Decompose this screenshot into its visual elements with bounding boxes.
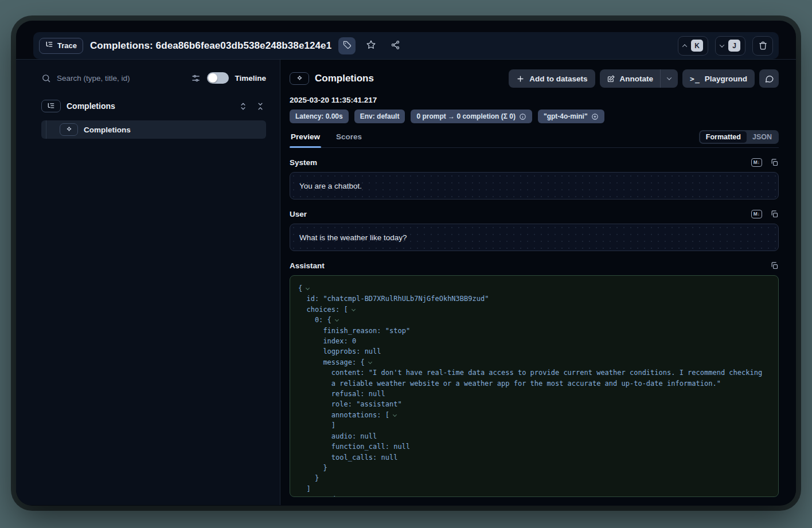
timeline-toggle[interactable] [207, 72, 229, 84]
trace-badge[interactable]: Trace [39, 38, 83, 54]
assistant-json-viewer: {id: "chatcmpl-BD7XRulRhULb7NjGfeOkhN3BB… [290, 275, 779, 497]
collapse-node-icon[interactable] [352, 307, 356, 311]
delete-trace-button[interactable] [752, 36, 773, 56]
message-section-assistant: Assistant {id: "chatcmpl-BD7XRulRhULb7Nj… [290, 261, 779, 497]
markdown-icon[interactable]: M↓ [751, 210, 762, 218]
share-icon [391, 40, 400, 52]
comment-button[interactable] [759, 69, 779, 88]
json-line: content: "I don't have real-time data ac… [298, 367, 770, 389]
observation-title: Completions [315, 73, 374, 84]
share-button[interactable] [387, 37, 404, 54]
filter-sliders-icon [191, 73, 201, 83]
tree-item-trace-root[interactable]: Completions [41, 100, 266, 112]
timeline-label: Timeline [235, 74, 266, 83]
message-content: You are a chatbot. [290, 172, 779, 200]
tab-scores[interactable]: Scores [335, 130, 363, 147]
json-line: index: 0 [298, 336, 770, 346]
collapse-node-icon[interactable] [393, 413, 397, 417]
format-json-option[interactable]: JSON [747, 131, 778, 143]
json-line: audio: null [298, 431, 770, 441]
collapse-node-icon[interactable] [368, 360, 372, 364]
tree-indent-guide [46, 120, 46, 139]
format-formatted-option[interactable]: Formatted [700, 131, 747, 143]
json-line: ] [298, 420, 770, 431]
json-line: { [298, 283, 770, 294]
json-line: } [298, 463, 770, 473]
add-to-datasets-button[interactable]: Add to datasets [509, 69, 595, 88]
search-icon [41, 73, 51, 83]
tag-icon [342, 40, 352, 52]
info-icon [519, 113, 526, 120]
json-line: logprobs: null [298, 346, 770, 357]
trace-badge-label: Trace [57, 41, 77, 50]
action-buttons: Add to datasets Annotate [509, 69, 779, 88]
observation-timestamp: 2025-03-20 11:35:41.217 [290, 96, 779, 104]
prev-trace-button[interactable]: K [678, 36, 708, 56]
json-line: } [298, 473, 770, 483]
copy-button[interactable] [770, 261, 779, 270]
message-section-system: System M↓ You are a chatbot. [290, 158, 779, 200]
env-badge: Env: default [354, 109, 405, 123]
search-input[interactable] [57, 74, 184, 83]
comment-icon [764, 74, 774, 84]
observation-header: Completions Add to datasets A [290, 69, 779, 88]
json-line: message: { [298, 357, 770, 367]
message-section-user: User M↓ What is the weather like today? [290, 210, 779, 251]
collapse-all-icon [256, 102, 264, 111]
toggle-knob [208, 73, 217, 83]
copy-icon [770, 210, 779, 218]
tabs-bar: Preview Scores Formatted JSON [290, 130, 779, 148]
tab-preview[interactable]: Preview [290, 130, 321, 147]
json-line: annotations: [ [298, 410, 770, 420]
playground-button[interactable]: >_ Playground [682, 69, 755, 88]
json-line: function_call: null [298, 441, 770, 452]
trace-tree-sidebar: Timeline Completions [16, 60, 280, 505]
copy-button[interactable] [770, 158, 779, 167]
json-line: tool_calls: null [298, 452, 770, 463]
json-line: 0: { [298, 315, 770, 325]
role-label: User [290, 210, 307, 218]
json-line: refusal: null [298, 389, 770, 399]
expand-all-button[interactable] [237, 100, 249, 112]
annotate-split-button: Annotate [600, 69, 678, 88]
json-line: finish_reason: "stop" [298, 326, 770, 336]
tokens-badge[interactable]: 0 prompt → 0 completion (Σ 0) [411, 109, 532, 123]
collapse-all-button[interactable] [255, 100, 266, 112]
app-window: Trace Completions: 6dea86b6feae03db538e2… [16, 21, 796, 506]
next-trace-button[interactable]: J [715, 36, 745, 56]
markdown-icon[interactable]: M↓ [751, 158, 762, 166]
tag-button[interactable] [338, 37, 356, 54]
chevron-down-icon [720, 42, 724, 47]
copy-icon [770, 158, 779, 167]
star-button[interactable] [362, 37, 380, 54]
generation-icon [290, 72, 309, 85]
copy-icon [770, 261, 779, 270]
list-tree-icon [45, 41, 53, 50]
latency-badge: Latency: 0.00s [290, 109, 349, 123]
keycap-k: K [691, 40, 703, 52]
message-content: What is the weather like today? [290, 224, 779, 251]
annotate-dropdown-button[interactable] [661, 69, 678, 88]
page-title: Completions: 6dea86b6feae03db538e248b38e… [90, 40, 331, 52]
plus-circle-icon [591, 113, 599, 120]
json-line: id: "chatcmpl-BD7XRulRhULb7NjGfeOkhN3BB9… [298, 294, 770, 304]
collapse-node-icon[interactable] [306, 286, 310, 290]
filter-button[interactable] [190, 72, 201, 84]
generation-icon [60, 123, 78, 136]
plus-icon [516, 75, 525, 83]
collapse-node-icon[interactable] [335, 318, 339, 322]
tree-root-label: Completions [67, 101, 115, 111]
search-row: Timeline [41, 69, 266, 87]
copy-button[interactable] [770, 210, 779, 218]
json-line: created: 1742470541 [298, 494, 770, 497]
tree-item-completions-selected[interactable]: Completions [41, 120, 266, 139]
observation-panel: Completions Add to datasets A [280, 60, 796, 505]
content-area: Timeline Completions [16, 59, 796, 505]
metrics-badges: Latency: 0.00s Env: default 0 prompt → 0… [290, 109, 779, 123]
json-line: ] [298, 484, 770, 494]
model-badge[interactable]: "gpt-4o-mini" [538, 109, 604, 123]
json-line: role: "assistant" [298, 399, 770, 409]
expand-all-icon [239, 102, 247, 111]
chevron-down-icon [667, 75, 672, 80]
annotate-button[interactable]: Annotate [600, 69, 661, 88]
